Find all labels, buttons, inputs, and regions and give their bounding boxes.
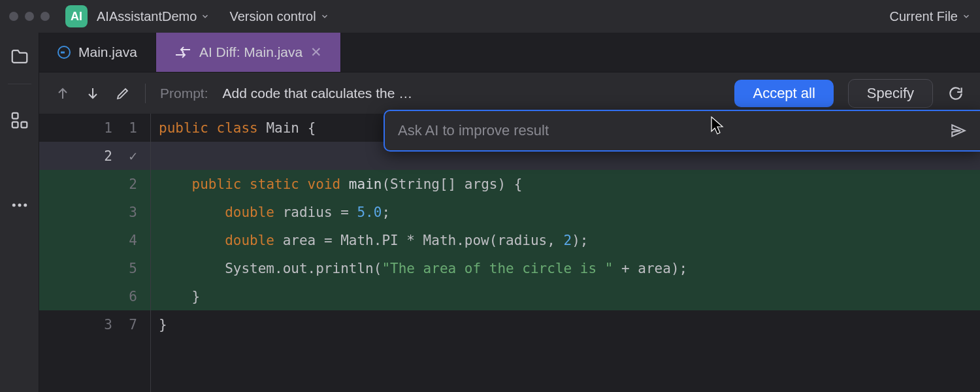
tab-label: Main.java bbox=[78, 44, 137, 60]
editor-tabs: Main.java AI Diff: Main.java ✕ bbox=[39, 33, 980, 72]
svg-rect-2 bbox=[21, 122, 27, 128]
chevron-down-icon bbox=[962, 12, 971, 21]
svg-point-3 bbox=[12, 204, 15, 207]
code-diff-view: 11 2✓ 2 3 4 5 6 37 public class Main { p… bbox=[39, 114, 980, 392]
gutter-row: 11 bbox=[39, 114, 150, 142]
edit-pencil-icon[interactable] bbox=[115, 86, 131, 101]
chevron-down-icon bbox=[320, 12, 329, 21]
window-controls bbox=[9, 12, 50, 21]
gutter-row: 6 bbox=[39, 282, 150, 310]
current-file-label: Current File bbox=[890, 9, 958, 24]
arrow-up-icon[interactable] bbox=[55, 86, 71, 101]
gutter-row: 2✓ bbox=[39, 142, 150, 170]
svg-point-5 bbox=[24, 204, 27, 207]
checkmark-icon: ✓ bbox=[118, 148, 137, 164]
ai-badge-icon: AI bbox=[65, 5, 88, 27]
gutter-row: 2 bbox=[39, 170, 150, 198]
close-icon[interactable]: ✕ bbox=[310, 44, 322, 60]
svg-rect-1 bbox=[12, 122, 18, 128]
project-name: AIAssistantDemo bbox=[97, 9, 197, 24]
project-dropdown[interactable]: AIAssistantDemo bbox=[97, 9, 210, 24]
specify-label: Specify bbox=[867, 85, 914, 102]
maximize-dot[interactable] bbox=[41, 12, 50, 21]
gutter-row: 3 bbox=[39, 198, 150, 226]
code-column[interactable]: public class Main { public static void m… bbox=[150, 114, 980, 392]
prompt-label: Prompt: bbox=[160, 86, 208, 101]
accept-all-label: Accept all bbox=[753, 85, 815, 102]
code-line: } bbox=[151, 282, 980, 310]
title-bar: AI AIAssistantDemo Version control Curre… bbox=[0, 0, 980, 33]
code-line: double radius = 5.0; bbox=[151, 198, 980, 226]
version-control-dropdown[interactable]: Version control bbox=[229, 9, 329, 24]
toolbar-separator bbox=[145, 84, 146, 103]
gutter-row: 5 bbox=[39, 254, 150, 282]
code-line: } bbox=[151, 310, 980, 338]
gutter-row: 37 bbox=[39, 310, 150, 338]
vc-label: Version control bbox=[229, 9, 316, 24]
regenerate-icon[interactable] bbox=[947, 85, 964, 102]
arrow-down-icon[interactable] bbox=[85, 86, 101, 101]
code-line: System.out.println("The area of the circ… bbox=[151, 254, 980, 282]
svg-point-4 bbox=[18, 204, 21, 207]
code-line: double area = Math.PI * Math.pow(radius,… bbox=[151, 226, 980, 254]
project-folder-icon[interactable] bbox=[10, 47, 29, 67]
diff-arrows-icon bbox=[174, 46, 191, 59]
more-icon[interactable] bbox=[10, 195, 29, 215]
rail-separator bbox=[8, 84, 31, 84]
run-config-dropdown[interactable]: Current File bbox=[890, 9, 971, 24]
minimize-dot[interactable] bbox=[25, 12, 34, 21]
ai-improve-input[interactable] bbox=[398, 122, 941, 139]
line-gutter: 11 2✓ 2 3 4 5 6 37 bbox=[39, 114, 150, 392]
accept-all-button[interactable]: Accept all bbox=[734, 80, 833, 107]
chevron-down-icon bbox=[201, 12, 210, 21]
tab-ai-diff[interactable]: AI Diff: Main.java ✕ bbox=[156, 33, 341, 72]
structure-icon[interactable] bbox=[10, 110, 29, 130]
specify-button[interactable]: Specify bbox=[848, 79, 933, 108]
code-line: public static void main(String[] args) { bbox=[151, 170, 980, 198]
left-tool-rail bbox=[0, 33, 39, 392]
tab-main-java[interactable]: Main.java bbox=[39, 33, 156, 72]
send-icon[interactable] bbox=[950, 122, 967, 139]
svg-rect-0 bbox=[12, 113, 18, 119]
gutter-row: 4 bbox=[39, 226, 150, 254]
prompt-text: Add code that calculates the … bbox=[223, 86, 413, 101]
close-dot[interactable] bbox=[9, 12, 18, 21]
tab-label: AI Diff: Main.java bbox=[199, 44, 302, 60]
diff-toolbar: Prompt: Add code that calculates the … A… bbox=[39, 72, 980, 114]
java-class-icon bbox=[57, 46, 71, 59]
ai-improve-popup bbox=[384, 110, 980, 152]
